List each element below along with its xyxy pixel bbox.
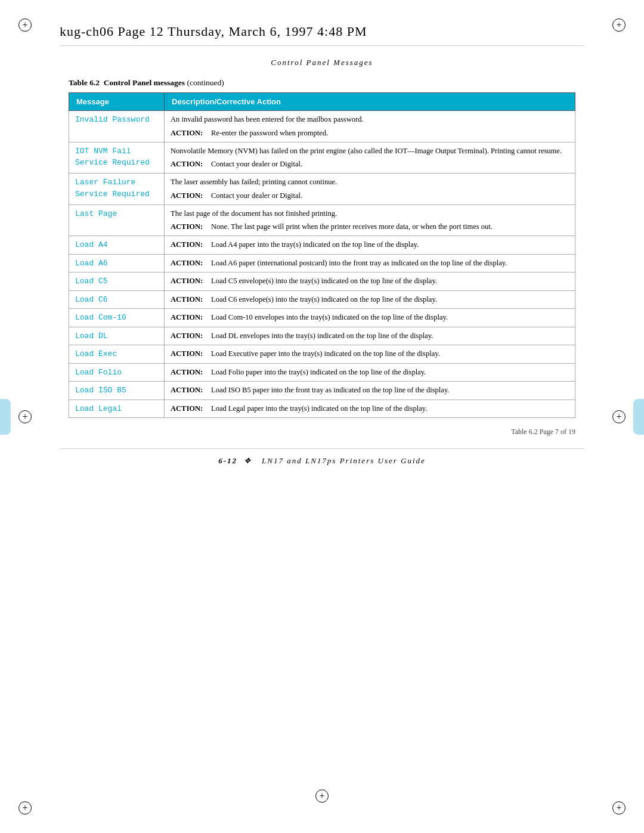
message-cell: Laser FailureService Required [69,174,165,205]
description-text: The last page of the document has not fi… [171,208,569,219]
reg-mark-bottom-mid [315,789,329,803]
description-cell: ACTION: Load DL envelopes into the tray(… [165,327,575,345]
action-label: ACTION: [171,128,211,139]
table-row: Load LegalACTION: Load Legal paper into … [69,400,575,418]
action-text: Load DL envelopes into the tray(s) indic… [211,330,433,342]
message-cell: Load Com-10 [69,309,165,327]
action-line: ACTION: Load DL envelopes into the tray(… [171,330,569,342]
side-tab-right [633,399,644,435]
action-text: Load Com-10 envelopes into the tray(s) i… [211,312,448,323]
page-footer: 6-12 ❖ LN17 and LN17ps Printers User Gui… [60,448,584,466]
action-line: ACTION: Load Folio paper into the tray(s… [171,367,569,378]
action-text: Load Folio paper into the tray(s) indica… [211,367,426,378]
action-text: Load C6 envelope(s) into the tray(s) ind… [211,294,437,305]
table-row: Load FolioACTION: Load Folio paper into … [69,363,575,382]
reg-mark-top-right [612,18,626,32]
action-label: ACTION: [171,330,211,342]
description-cell: ACTION: Load Executive paper into the tr… [165,345,575,364]
description-cell: Nonvolatile Memory (NVM) has failed on t… [165,142,575,174]
action-line: ACTION: Load A4 paper into the tray(s) i… [171,239,569,250]
action-label: ACTION: [171,221,211,233]
action-label: ACTION: [171,159,211,170]
action-text: Re-enter the password when prompted. [211,128,328,139]
page-container: kug-ch06 Page 12 Thursday, March 6, 1997… [0,0,644,833]
action-label: ACTION: [171,403,211,414]
message-cell: Load DL [69,327,165,345]
message-cell: Load C6 [69,290,165,309]
table-row: Last PageThe last page of the document h… [69,205,575,236]
table-row: Load ISO B5ACTION: Load ISO B5 paper int… [69,382,575,400]
description-cell: The laser assembly has failed; printing … [165,174,575,205]
action-text: Contact your dealer or Digital. [211,159,302,170]
message-cell: Load Legal [69,400,165,418]
message-cell: Load A6 [69,254,165,272]
action-label: ACTION: [171,294,211,305]
action-line: ACTION: Load Executive paper into the tr… [171,348,569,360]
table-row: Invalid PasswordAn invalid password has … [69,111,575,143]
action-line: ACTION: Load ISO B5 paper into the front… [171,385,569,396]
action-line: ACTION: Load C5 envelope(s) into the tra… [171,275,569,287]
message-cell: Load Folio [69,363,165,382]
action-label: ACTION: [171,275,211,287]
content-area: Control Panel Messages Table 6.2 Control… [69,58,575,436]
reg-mark-bottom-left [18,801,32,815]
page-header: kug-ch06 Page 12 Thursday, March 6, 1997… [60,24,584,46]
reg-mark-mid-left [18,410,32,424]
action-text: None. The last page will print when the … [211,221,493,233]
action-line: ACTION: Re-enter the password when promp… [171,128,569,139]
action-text: Load ISO B5 paper into the front tray as… [211,385,449,396]
table-row: Load A6ACTION: Load A6 paper (internatio… [69,254,575,272]
table-row: Load ExecACTION: Load Executive paper in… [69,345,575,364]
action-text: Load A6 paper (international postcard) i… [211,258,507,269]
action-text: Load Legal paper into the tray(s) indica… [211,403,427,414]
action-line: ACTION: Load Legal paper into the tray(s… [171,403,569,414]
table-row: Load A4ACTION: Load A4 paper into the tr… [69,236,575,255]
reg-mark-bottom-right [612,801,626,815]
reg-mark-top-left [18,18,32,32]
table-footer-note: Table 6.2 Page 7 of 19 [69,428,575,436]
action-text: Load C5 envelope(s) into the tray(s) ind… [211,275,437,287]
description-cell: ACTION: Load A6 paper (international pos… [165,254,575,272]
action-line: ACTION: Contact your dealer or Digital. [171,190,569,202]
footer-text: 6-12 ❖ LN17 and LN17ps Printers User Gui… [218,456,426,466]
table-row: Laser FailureService RequiredThe laser a… [69,174,575,205]
description-cell: ACTION: Load ISO B5 paper into the front… [165,382,575,400]
col-header-message: Message [69,93,165,111]
description-cell: ACTION: Load Legal paper into the tray(s… [165,400,575,418]
subheading: Control Panel Messages [69,58,575,67]
side-tab-left [0,399,11,435]
footer-page-num: 6-12 [218,456,237,465]
message-cell: Load A4 [69,236,165,255]
action-line: ACTION: Load A6 paper (international pos… [171,258,569,269]
description-cell: ACTION: Load A4 paper into the tray(s) i… [165,236,575,255]
action-label: ACTION: [171,367,211,378]
action-label: ACTION: [171,190,211,202]
action-line: ACTION: Load C6 envelope(s) into the tra… [171,294,569,305]
reg-mark-mid-right [612,410,626,424]
message-cell: Load Exec [69,345,165,364]
description-cell: The last page of the document has not fi… [165,205,575,236]
action-line: ACTION: None. The last page will print w… [171,221,569,233]
action-line: ACTION: Load Com-10 envelopes into the t… [171,312,569,323]
message-cell: Load C5 [69,272,165,291]
action-label: ACTION: [171,348,211,360]
message-cell: Last Page [69,205,165,236]
footer-diamond: ❖ [244,456,252,465]
table-caption: Table 6.2 Control Panel messages (contin… [69,78,575,88]
description-text: An invalid password has been entered for… [171,114,569,125]
header-title: kug-ch06 Page 12 Thursday, March 6, 1997… [60,24,367,39]
action-text: Load A4 paper into the tray(s) indicated… [211,239,419,250]
col-header-description: Description/Corrective Action [165,93,575,111]
description-cell: ACTION: Load C6 envelope(s) into the tra… [165,290,575,309]
action-text: Load Executive paper into the tray(s) in… [211,348,440,360]
description-cell: ACTION: Load Com-10 envelopes into the t… [165,309,575,327]
action-line: ACTION: Contact your dealer or Digital. [171,159,569,170]
message-cell: IOT NVM FailService Required [69,142,165,174]
table-label: Table 6.2 Control Panel messages (contin… [69,78,224,87]
control-panel-table: Message Description/Corrective Action In… [69,92,575,418]
action-text: Contact your dealer or Digital. [211,190,302,202]
description-cell: An invalid password has been entered for… [165,111,575,143]
description-text: The laser assembly has failed; printing … [171,176,569,188]
message-cell: Load ISO B5 [69,382,165,400]
table-row: Load C6ACTION: Load C6 envelope(s) into … [69,290,575,309]
